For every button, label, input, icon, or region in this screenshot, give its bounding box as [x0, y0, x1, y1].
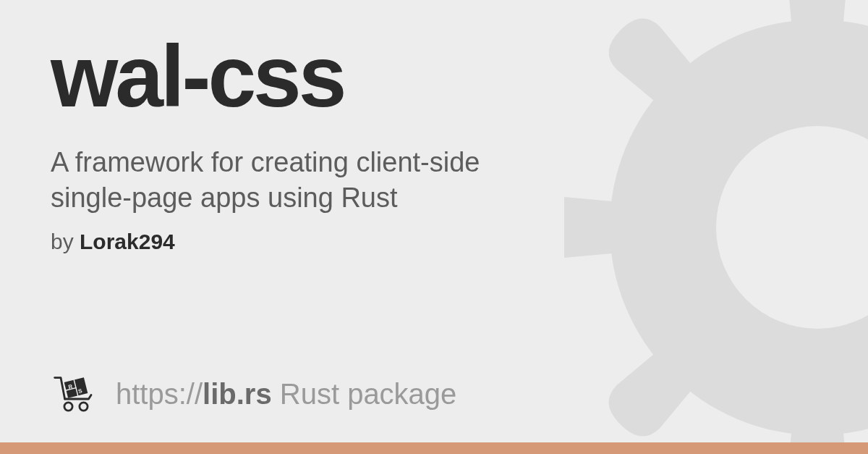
svg-point-8	[80, 403, 88, 411]
url-suffix: Rust package	[272, 378, 457, 410]
svg-point-7	[64, 403, 72, 411]
url-text: https://lib.rs Rust package	[116, 378, 456, 411]
package-title: wal-css	[51, 33, 817, 119]
url-domain: lib.rs	[203, 378, 272, 410]
author-line: by Lorak294	[51, 230, 817, 254]
accent-bar	[0, 442, 868, 454]
footer: R S https://lib.rs Rust package	[51, 369, 817, 454]
author-name: Lorak294	[80, 230, 175, 253]
librs-logo-icon: R S	[51, 369, 101, 419]
author-prefix: by	[51, 230, 80, 253]
package-description: A framework for creating client-side sin…	[51, 145, 485, 217]
url-prefix: https://	[116, 378, 203, 410]
